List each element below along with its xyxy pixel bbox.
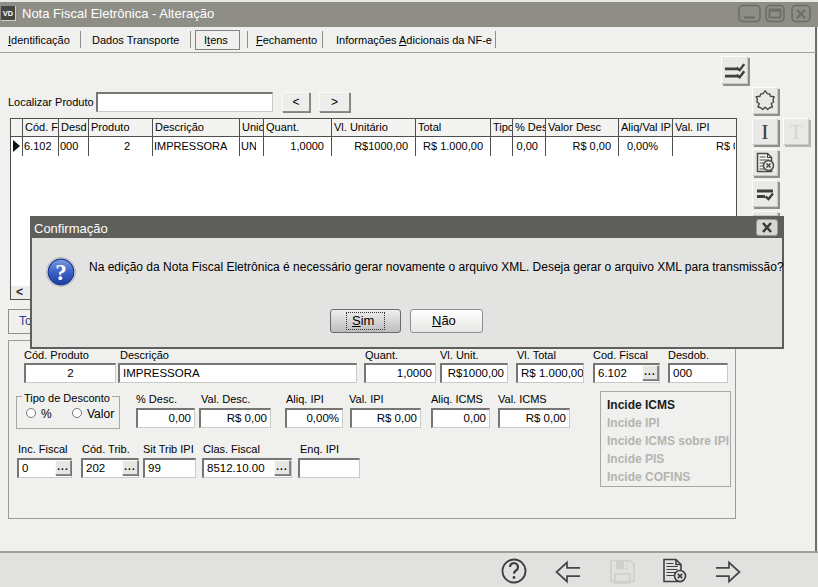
svg-text:?: ? [55, 260, 67, 285]
